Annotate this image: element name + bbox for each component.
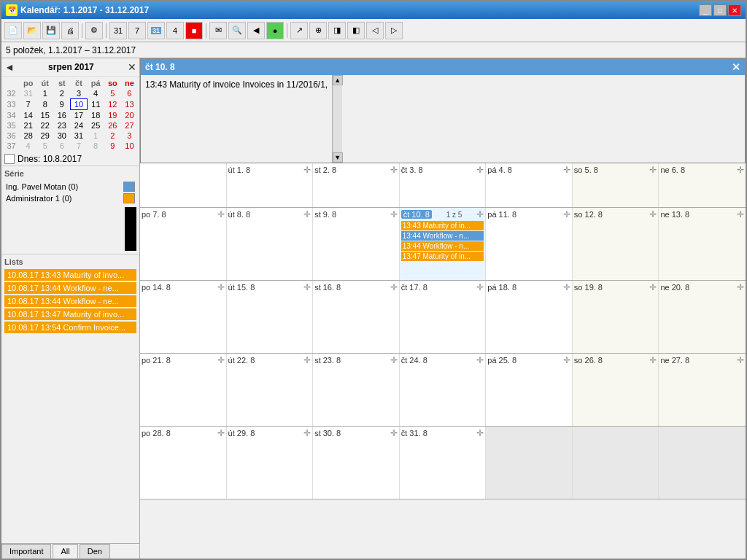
mini-day-31[interactable]: 31 bbox=[70, 131, 87, 141]
open-button[interactable]: 📂 bbox=[23, 22, 41, 39]
new-button[interactable]: 📄 bbox=[4, 22, 22, 39]
nav-left-button[interactable]: ◀ bbox=[247, 22, 265, 39]
minimize-button[interactable]: _ bbox=[699, 4, 712, 16]
mini-day-24[interactable]: 24 bbox=[70, 120, 87, 131]
cell-st2-add[interactable]: ✛ bbox=[390, 165, 398, 175]
mini-day-15[interactable]: 15 bbox=[36, 110, 53, 121]
tab-all[interactable]: All bbox=[53, 544, 77, 559]
tab-den[interactable]: Den bbox=[80, 544, 110, 559]
cell-empty-ne bbox=[659, 427, 746, 499]
mini-day-6[interactable]: 6 bbox=[121, 88, 138, 99]
save-button[interactable]: 💾 bbox=[42, 22, 60, 39]
mini-day-19[interactable]: 19 bbox=[104, 110, 121, 121]
mini-day-2[interactable]: 2 bbox=[53, 88, 70, 99]
cell-so5-add[interactable]: ✛ bbox=[649, 165, 657, 175]
mini-day-5-next[interactable]: 5 bbox=[36, 141, 53, 151]
mini-day-16[interactable]: 16 bbox=[53, 110, 70, 121]
mini-day-31-prev[interactable]: 31 bbox=[20, 88, 36, 99]
mini-day-9-next[interactable]: 9 bbox=[104, 141, 121, 151]
mini-day-21[interactable]: 21 bbox=[20, 120, 36, 131]
popup-close[interactable]: ✕ bbox=[732, 61, 740, 73]
mini-day-13[interactable]: 13 bbox=[121, 99, 138, 110]
options-button[interactable]: ⚙ bbox=[85, 22, 103, 39]
event-ct10-3[interactable]: 13:44 Workflow - n... bbox=[401, 241, 484, 251]
popup-scroll-up[interactable]: ▲ bbox=[333, 75, 343, 85]
event-ct10-1[interactable]: 13:43 Maturity of in... bbox=[401, 221, 484, 230]
view-4day-button[interactable]: 4 bbox=[166, 22, 184, 39]
cell-empty-so bbox=[573, 427, 659, 499]
mini-day-1-next[interactable]: 1 bbox=[88, 131, 104, 141]
cell-ut1-add[interactable]: ✛ bbox=[303, 165, 311, 175]
mini-cal-prev[interactable]: ◄ bbox=[4, 61, 15, 73]
cell-pa4: pá 4. 8 ✛ bbox=[486, 163, 573, 207]
mini-day-27[interactable]: 27 bbox=[121, 120, 138, 131]
mini-day-8-next[interactable]: 8 bbox=[88, 141, 104, 151]
weekday-ne: ne bbox=[121, 78, 138, 88]
mini-day-18[interactable]: 18 bbox=[88, 110, 104, 121]
mini-cal-week-34: 34 14 15 16 17 18 19 20 bbox=[3, 110, 138, 121]
list-item-2[interactable]: 10.08.17 13:44 Workflow - ne... bbox=[4, 282, 136, 294]
left-pane-button[interactable]: ◨ bbox=[328, 22, 346, 39]
mini-day-30[interactable]: 30 bbox=[53, 131, 70, 141]
mini-day-3-next[interactable]: 3 bbox=[121, 131, 138, 141]
popup-scroll-down[interactable]: ▼ bbox=[333, 152, 343, 163]
mini-day-4-next[interactable]: 4 bbox=[20, 141, 36, 151]
mini-day-4[interactable]: 4 bbox=[88, 88, 104, 99]
view-month-button[interactable]: 31 bbox=[109, 22, 127, 39]
cell-so5-label: so 5. 8 bbox=[574, 166, 598, 174]
mini-day-8[interactable]: 8 bbox=[36, 99, 53, 110]
cell-so12: so 12. 8✛ bbox=[573, 208, 659, 280]
view-day31-button[interactable]: 31 bbox=[147, 22, 165, 39]
mini-day-9[interactable]: 9 bbox=[53, 99, 70, 110]
mini-day-10[interactable]: 10 bbox=[70, 99, 87, 110]
print-button[interactable]: 🖨 bbox=[61, 22, 79, 39]
mini-day-11[interactable]: 11 bbox=[88, 99, 104, 110]
mini-day-2-next[interactable]: 2 bbox=[104, 131, 121, 141]
prev-button[interactable]: ◁ bbox=[366, 22, 384, 39]
zoom-in-button[interactable]: ⊕ bbox=[309, 22, 327, 39]
popup-row: 13:43 Maturity of invoice Invoices in 11… bbox=[141, 75, 745, 163]
mini-cal-close[interactable]: ✕ bbox=[128, 61, 136, 73]
find-button[interactable]: 🔍 bbox=[228, 22, 246, 39]
mini-day-7[interactable]: 7 bbox=[20, 99, 36, 110]
maximize-button[interactable]: □ bbox=[713, 4, 727, 16]
view-week-button[interactable]: 7 bbox=[128, 22, 146, 39]
right-pane-button[interactable]: ◧ bbox=[347, 22, 365, 39]
mini-day-12[interactable]: 12 bbox=[104, 99, 121, 110]
green-button[interactable]: ● bbox=[266, 22, 284, 39]
mini-day-7-next[interactable]: 7 bbox=[70, 141, 87, 151]
mini-day-26[interactable]: 26 bbox=[104, 120, 121, 131]
mini-day-6-next[interactable]: 6 bbox=[53, 141, 70, 151]
cell-empty-1 bbox=[140, 163, 227, 207]
list-item-4[interactable]: 10.08.17 13:47 Maturity of invo... bbox=[4, 308, 136, 320]
list-item-5[interactable]: 10.08.17 13:54 Confirm Invoice... bbox=[4, 322, 136, 333]
cell-ne6-add[interactable]: ✛ bbox=[737, 165, 744, 175]
week-num-37: 37 bbox=[3, 141, 20, 151]
title-controls: _ □ ✕ bbox=[699, 4, 741, 16]
mini-day-1[interactable]: 1 bbox=[36, 88, 53, 99]
email-button[interactable]: ✉ bbox=[209, 22, 227, 39]
view-red-button[interactable]: ■ bbox=[185, 22, 203, 39]
next-button[interactable]: ▷ bbox=[385, 22, 403, 39]
tab-important[interactable]: Important bbox=[1, 544, 51, 559]
event-ct10-2[interactable]: 13:44 Workflow - n... bbox=[401, 231, 484, 241]
close-button[interactable]: ✕ bbox=[728, 4, 741, 16]
list-item-3[interactable]: 10.08.17 13:44 Workflow - ne... bbox=[4, 295, 136, 307]
mini-day-28[interactable]: 28 bbox=[20, 131, 36, 141]
event-ct10-4[interactable]: 13:47 Maturity of in... bbox=[401, 252, 484, 261]
mini-day-10-next[interactable]: 10 bbox=[121, 141, 138, 151]
mini-day-20[interactable]: 20 bbox=[121, 110, 138, 121]
mini-day-17[interactable]: 17 bbox=[70, 110, 87, 121]
list-item-1[interactable]: 10.08.17 13:43 Maturity of invo... bbox=[4, 269, 136, 281]
mini-day-3[interactable]: 3 bbox=[70, 88, 87, 99]
export-button[interactable]: ↗ bbox=[290, 22, 308, 39]
mini-day-25[interactable]: 25 bbox=[88, 120, 104, 131]
cell-ct3-add[interactable]: ✛ bbox=[476, 165, 484, 175]
mini-day-22[interactable]: 22 bbox=[36, 120, 53, 131]
mini-day-23[interactable]: 23 bbox=[53, 120, 70, 131]
mini-day-14[interactable]: 14 bbox=[20, 110, 36, 121]
cell-pa4-add[interactable]: ✛ bbox=[563, 165, 570, 175]
mini-day-29[interactable]: 29 bbox=[36, 131, 53, 141]
mini-day-5[interactable]: 5 bbox=[104, 88, 121, 99]
serie-color-pavel bbox=[123, 182, 135, 192]
